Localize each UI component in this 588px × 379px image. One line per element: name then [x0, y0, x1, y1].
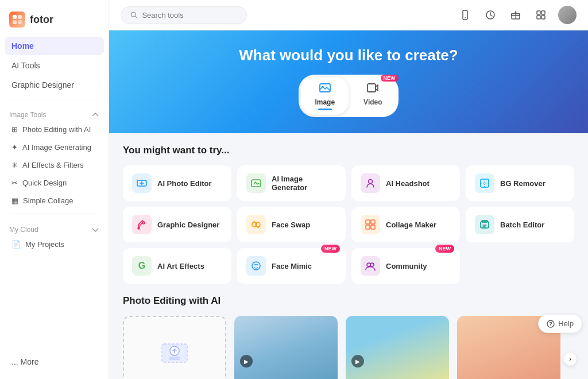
image-tools-section: Image Tools	[0, 104, 109, 121]
ai-image-icon: ✦	[11, 143, 18, 152]
tool-card-graphic-designer[interactable]: Graphic Designer	[123, 207, 231, 242]
logo-text: fotor	[30, 14, 53, 26]
community-new-badge: NEW	[435, 245, 454, 253]
graphic-designer-label: Graphic Designer	[157, 221, 219, 229]
svg-rect-25	[366, 225, 370, 229]
sidebar-subnav: ⊞ Photo Editing with AI ✦ AI Image Gener…	[0, 121, 109, 209]
sidebar-item-quick-design[interactable]: ✂ Quick Design	[5, 175, 104, 191]
image-tab-icon	[319, 82, 331, 97]
sidebar-item-home[interactable]: Home	[5, 37, 104, 55]
hero-tab-image[interactable]: Image	[301, 77, 349, 115]
svg-rect-23	[366, 220, 370, 224]
mobile-icon[interactable]	[457, 7, 473, 23]
tools-grid: AI Photo Editor AI Image Generator AI He…	[123, 165, 574, 284]
tab-active-indicator	[318, 109, 332, 110]
grid-icon[interactable]	[533, 7, 549, 23]
ai-upscaler-wrapper: ▶ AI Upscaler	[234, 316, 338, 379]
divider-1	[9, 99, 99, 99]
home-label: Home	[11, 41, 34, 51]
history-icon[interactable]	[482, 7, 498, 23]
logo[interactable]: fotor	[0, 7, 109, 37]
svg-rect-10	[541, 11, 545, 14]
search-input[interactable]	[142, 11, 237, 20]
upload-icon	[160, 337, 189, 369]
bg-remover-icon	[475, 173, 494, 193]
svg-point-6	[465, 17, 466, 18]
sidebar-item-ai-effects[interactable]: ✳ AI Effects & Filters	[5, 157, 104, 173]
tools-section-title: You might want to try...	[123, 145, 574, 156]
image-tab-label: Image	[315, 98, 335, 106]
collage-maker-label: Collage Maker	[386, 221, 436, 229]
ai-image-generator-icon	[246, 173, 266, 193]
ai-effects-icon: ✳	[11, 161, 18, 169]
photo-cards-next-arrow[interactable]: ›	[563, 352, 577, 366]
help-icon	[547, 320, 555, 328]
sidebar-item-my-projects[interactable]: 📄 My Projects	[5, 236, 104, 253]
tool-card-ai-image-generator[interactable]: AI Image Generator	[237, 165, 346, 201]
chevron-down-icon	[91, 226, 99, 234]
sidebar-item-ai-tools[interactable]: AI Tools	[5, 56, 104, 75]
community-label: Community	[386, 262, 427, 270]
tool-card-community[interactable]: NEW Community	[351, 248, 460, 284]
face-swap-icon	[246, 215, 266, 234]
tool-card-ai-photo-editor[interactable]: AI Photo Editor	[123, 165, 231, 201]
tool-card-face-mimic[interactable]: NEW Face Mimic	[237, 248, 346, 284]
svg-rect-3	[18, 20, 22, 24]
sidebar-item-photo-editing[interactable]: ⊞ Photo Editing with AI	[5, 121, 104, 138]
avatar[interactable]	[558, 6, 577, 24]
sidebar-more[interactable]: ... More	[0, 351, 109, 372]
sidebar: fotor Home AI Tools Graphic Designer Ima…	[0, 0, 109, 379]
search-icon	[130, 11, 137, 19]
face-mimic-icon	[246, 256, 266, 276]
graphic-designer-icon	[132, 215, 152, 234]
hero-tab-video[interactable]: Video NEW	[350, 77, 396, 115]
tool-card-face-swap[interactable]: Face Swap	[237, 207, 346, 242]
ai-upscaler-card[interactable]: ▶	[234, 316, 338, 379]
help-button[interactable]: Help	[538, 314, 582, 333]
photo-cards: Edit a Photo	[123, 316, 574, 379]
astronaut-image	[234, 316, 338, 379]
video-tab-icon	[366, 82, 379, 97]
tool-card-collage-maker[interactable]: Collage Maker	[351, 207, 460, 242]
collage-icon: ▦	[11, 196, 18, 205]
svg-point-39	[551, 325, 551, 326]
tool-card-batch-editor[interactable]: Batch Editor	[466, 207, 574, 242]
svg-rect-11	[537, 16, 540, 19]
content-area: What would you like to create? Image Vid…	[109, 30, 588, 379]
svg-rect-26	[371, 225, 375, 229]
svg-rect-19	[481, 179, 489, 187]
hero-title: What would you like to create?	[239, 47, 458, 64]
svg-rect-1	[18, 15, 22, 19]
my-cloud-section: My Cloud	[0, 219, 109, 236]
svg-rect-15	[368, 84, 376, 92]
svg-point-18	[369, 180, 373, 184]
batch-editor-icon	[475, 215, 494, 234]
svg-rect-0	[13, 15, 17, 19]
bg-remover-label: BG Remover	[500, 179, 546, 188]
svg-point-14	[322, 86, 323, 88]
face-mimic-label: Face Mimic	[272, 262, 312, 270]
quick-design-icon: ✂	[11, 179, 18, 187]
gift-icon[interactable]	[508, 7, 524, 23]
batch-editor-label: Batch Editor	[500, 221, 544, 229]
collage-maker-icon	[361, 215, 380, 234]
header	[109, 0, 588, 30]
edit-photo-upload[interactable]	[123, 316, 226, 379]
ai-art-effects-icon: G	[132, 256, 152, 276]
hero-banner: What would you like to create? Image Vid…	[109, 30, 588, 133]
magic-eraser-card[interactable]: ▶	[346, 316, 449, 379]
sidebar-item-simple-collage[interactable]: ▦ Simple Collage	[5, 192, 104, 209]
svg-point-31	[370, 263, 374, 266]
tools-section: You might want to try... AI Photo Editor…	[109, 133, 588, 295]
sidebar-item-graphic-designer[interactable]: Graphic Designer	[5, 76, 104, 94]
my-cloud-nav: 📄 My Projects	[0, 236, 109, 253]
ai-headshot-icon	[361, 173, 380, 193]
search-box[interactable]	[121, 6, 247, 24]
logo-icon	[9, 11, 25, 28]
tool-card-ai-headshot[interactable]: AI Headshot	[351, 165, 460, 201]
play-icon-eraser: ▶	[351, 355, 364, 368]
sidebar-item-ai-image[interactable]: ✦ AI Image Generating	[5, 139, 104, 156]
tool-card-ai-art-effects[interactable]: G AI Art Effects	[123, 248, 231, 284]
community-icon	[361, 256, 380, 276]
tool-card-bg-remover[interactable]: BG Remover	[466, 165, 574, 201]
